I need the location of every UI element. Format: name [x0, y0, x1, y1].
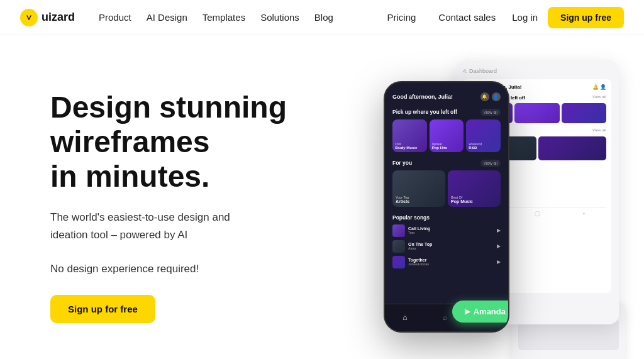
song-name-2: On The Top — [408, 242, 494, 246]
nav-link-templates[interactable]: Templates — [196, 8, 252, 26]
song-name-1: Cali Living — [408, 226, 494, 231]
play-icon-2[interactable]: ▶ — [497, 243, 501, 249]
hero-text: Design stunning wireframes in minutes. T… — [50, 90, 287, 323]
amanda-label: Amanda — [474, 307, 506, 316]
song-artist-3: Jonas&Jonas — [408, 262, 494, 266]
music-card-2: Upbeat Pop Hits — [430, 119, 464, 152]
phone-header-icons: 🔔 👤 — [480, 92, 501, 101]
big-card-2: Best Of Pop Music — [448, 170, 501, 207]
mockup-area: 4. Dashboard Good afternoon, Julia! 🔔 👤 … — [287, 54, 606, 359]
bg-card-2 — [514, 103, 559, 123]
logo-text: uizard — [42, 11, 75, 24]
nav-link-ai-design[interactable]: AI Design — [140, 8, 194, 26]
song-avatar-2 — [392, 240, 405, 253]
phone-greeting: Good afternoon, Julia! — [392, 94, 453, 100]
nav-left: uizard Product AI Design Templates Solut… — [20, 8, 340, 26]
signup-button[interactable]: Sign up free — [548, 7, 624, 28]
hero-subtitle: The world's easiest-to-use design and id… — [50, 209, 287, 277]
big2-title: Pop Music — [451, 199, 497, 204]
bg-mockup-label: 4. Dashboard — [463, 68, 611, 74]
hero-no-experience: No design experience required! — [50, 263, 199, 275]
hero-sub-2: ideation tool – powered by AI — [50, 229, 187, 241]
logo-icon — [20, 9, 38, 26]
song-name-3: Together — [408, 258, 494, 262]
login-button[interactable]: Log in — [512, 12, 538, 23]
nav-link-solutions[interactable]: Solutions — [254, 8, 306, 26]
home-icon[interactable]: ⌂ — [402, 313, 407, 322]
hero-title: Design stunning wireframes in minutes. — [50, 90, 287, 194]
big-cards: Your Top Artists Best Of Pop Music — [392, 170, 501, 207]
hero-section: Design stunning wireframes in minutes. T… — [0, 35, 644, 359]
avatar-icon: 👤 — [492, 92, 501, 101]
bg-big-card-2 — [538, 136, 607, 160]
phone-mockup: Good afternoon, Julia! 🔔 👤 Pick up where… — [384, 81, 509, 333]
nav-link-contact-sales[interactable]: Contact sales — [432, 8, 502, 26]
card2-sub: Upbeat — [432, 142, 462, 146]
song-artist-1: Tom — [408, 231, 494, 235]
bg-card-3 — [562, 103, 606, 123]
section2-header: For you View all — [392, 160, 501, 167]
big1-sub: Your Top — [396, 196, 442, 199]
navbar: uizard Product AI Design Templates Solut… — [0, 0, 644, 35]
nav-link-product[interactable]: Product — [92, 8, 138, 26]
svg-point-0 — [25, 13, 33, 22]
hero-title-line3: in minutes. — [50, 160, 209, 193]
big2-sub: Best Of — [451, 196, 497, 199]
view-all-1: View all — [480, 109, 501, 116]
card3-sub: Weekend — [469, 142, 498, 146]
hero-title-line1: Design stunning — [50, 91, 287, 124]
song-row-1: Cali Living Tom ▶ — [392, 224, 501, 237]
music-card-3: Weekend R&B — [466, 119, 501, 152]
card1-sub: Chill — [395, 142, 425, 146]
bell-icon: 🔔 — [480, 92, 489, 101]
big-card-1: Your Top Artists — [392, 170, 445, 207]
search-icon[interactable]: ⌕ — [443, 313, 447, 322]
view-all-2: View all — [480, 160, 501, 167]
song-row-3: Together Jonas&Jonas ▶ — [392, 256, 501, 268]
song-avatar-1 — [392, 224, 405, 237]
section1-title: Pick up where you left off — [392, 109, 457, 115]
section1-header: Pick up where you left off View all — [392, 109, 501, 116]
music-card-1: Chill Study Music — [392, 119, 427, 152]
hero-title-line2: wireframes — [50, 125, 209, 158]
section3-title: Popular songs — [392, 214, 501, 221]
big1-title: Artists — [396, 199, 442, 204]
logo[interactable]: uizard — [20, 9, 75, 26]
hero-cta-button[interactable]: Sign up for free — [50, 295, 155, 323]
play-icon-1[interactable]: ▶ — [497, 228, 501, 233]
song-avatar-3 — [392, 256, 405, 268]
music-cards: Chill Study Music Upbeat Pop Hits Weeken… — [392, 119, 501, 152]
play-icon-3[interactable]: ▶ — [497, 259, 501, 265]
song-row-2: On The Top Alma ▶ — [392, 240, 501, 253]
phone-content: Good afternoon, Julia! 🔔 👤 Pick up where… — [385, 82, 508, 282]
nav-right: Pricing Contact sales Log in Sign up fre… — [380, 7, 624, 28]
card3-title: R&B — [469, 146, 498, 150]
amanda-cta-bubble[interactable]: ▶ Amanda — [452, 301, 509, 323]
card2-title: Pop Hits — [432, 146, 462, 150]
song-artist-2: Alma — [408, 246, 494, 250]
section2-title: For you — [392, 160, 412, 166]
nav-links: Product AI Design Templates Solutions Bl… — [92, 8, 340, 26]
nav-link-blog[interactable]: Blog — [308, 8, 340, 26]
nav-link-pricing[interactable]: Pricing — [380, 8, 422, 26]
play-icon: ▶ — [465, 307, 470, 316]
card1-title: Study Music — [395, 146, 425, 150]
phone-header: Good afternoon, Julia! 🔔 👤 — [392, 92, 501, 101]
hero-sub-1: The world's easiest-to-use design and — [50, 211, 230, 223]
